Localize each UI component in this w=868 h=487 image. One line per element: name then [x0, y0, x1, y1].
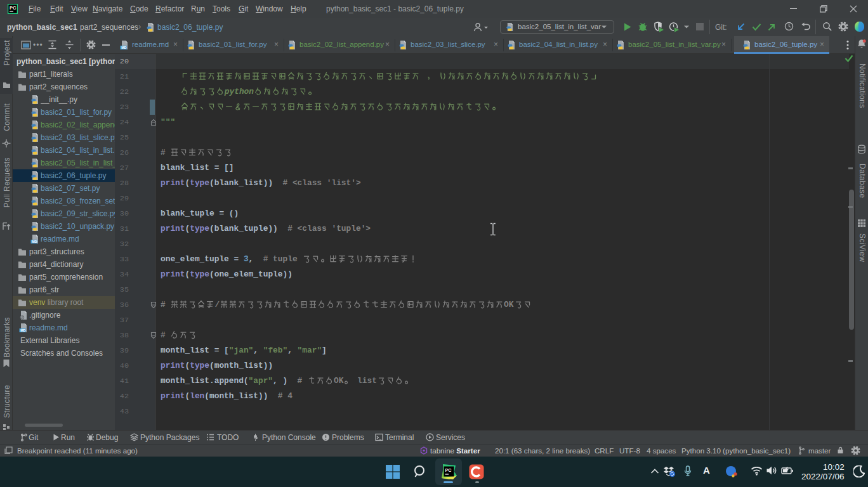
svg-text:MD: MD — [20, 328, 25, 332]
svg-text:MD: MD — [32, 240, 37, 244]
svg-text:MD: MD — [121, 46, 126, 49]
svg-text:PC: PC — [10, 5, 16, 11]
svg-text:PC: PC — [445, 467, 452, 473]
